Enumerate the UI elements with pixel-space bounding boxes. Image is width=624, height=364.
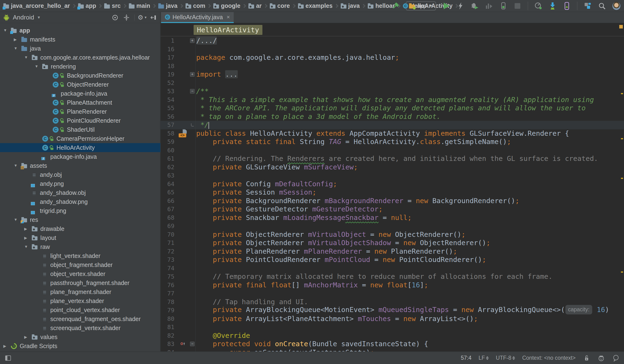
- breadcrumb-item-main[interactable]: main: [129, 2, 150, 9]
- tree-item-gradle-scripts[interactable]: ▶Gradle Scripts: [0, 341, 160, 350]
- chevron-collapsed-icon[interactable]: ▶: [24, 335, 32, 339]
- tree-item-screenquad-fragment-oes-shader[interactable]: screenquad_fragment_oes.shader: [0, 314, 160, 323]
- tree-item-object-fragment-shader[interactable]: object_fragment.shader: [0, 260, 160, 269]
- warning-stripe-mark[interactable]: [621, 93, 623, 94]
- chevron-expanded-icon[interactable]: ▼: [24, 55, 32, 60]
- tree-item-pointcloudrenderer[interactable]: PointCloudRenderer: [0, 116, 160, 125]
- tree-item-layout[interactable]: ▶layout: [0, 233, 160, 242]
- breadcrumb-item-core[interactable]: core: [270, 2, 290, 9]
- tree-item-andy-shadow-png[interactable]: andy_shadow.png: [0, 197, 160, 206]
- chevron-collapsed-icon[interactable]: ▶: [24, 236, 32, 240]
- tree-item-light-vertex-shader[interactable]: light_vertex.shader: [0, 251, 160, 260]
- breadcrumb-item-google[interactable]: google: [213, 2, 240, 9]
- tree-item-andy-shadow-obj[interactable]: andy_shadow.obj: [0, 188, 160, 197]
- tree-item-com-google-ar-core-examples-java-helloar[interactable]: ▼com.google.ar.core.examples.java.helloa…: [0, 53, 160, 62]
- tree-item-andy-obj[interactable]: andy.obj: [0, 170, 160, 179]
- event-log-icon[interactable]: [612, 354, 620, 362]
- line-separator-selector[interactable]: LF: [479, 355, 489, 361]
- tree-item-backgroundrenderer[interactable]: BackgroundRenderer: [0, 71, 160, 80]
- tree-item-helloaractivity[interactable]: HelloArActivity: [0, 143, 160, 152]
- tree-item-drawable[interactable]: ▶drawable: [0, 224, 160, 233]
- warning-stripe-mark[interactable]: [621, 271, 623, 273]
- chevron-collapsed-icon[interactable]: ▶: [24, 227, 32, 231]
- tree-item-package-info-java[interactable]: package-info.java: [0, 89, 160, 98]
- tree-item-app[interactable]: ▼app: [0, 26, 160, 35]
- stop-button[interactable]: [513, 2, 521, 10]
- run-configuration-selector[interactable]: app: [406, 1, 436, 10]
- locate-file-icon[interactable]: [111, 14, 119, 21]
- warning-stripe-mark[interactable]: [621, 138, 623, 139]
- fold-marker[interactable]: −: [190, 342, 195, 346]
- breadcrumb-item-src[interactable]: src: [104, 2, 121, 9]
- device-manager-icon[interactable]: [563, 2, 571, 10]
- breadcrumb-item-helloar[interactable]: helloar: [368, 2, 395, 9]
- tree-item-object-vertex-shader[interactable]: object_vertex.shader: [0, 269, 160, 278]
- inspection-status-indicator[interactable]: [619, 25, 623, 28]
- code-editor[interactable]: 1+/.../1617package com.google.ar.core.ex…: [161, 37, 624, 351]
- close-tab-icon[interactable]: ×: [227, 14, 230, 20]
- tree-item-raw[interactable]: ▼raw: [0, 242, 160, 251]
- tree-item-assets[interactable]: ▼assets: [0, 161, 160, 170]
- breadcrumb-item-java[interactable]: java: [341, 2, 360, 9]
- toolwindow-toggle-icon[interactable]: [4, 354, 12, 362]
- breadcrumb-item-examples[interactable]: examples: [298, 2, 333, 9]
- warning-stripe-mark[interactable]: [621, 178, 623, 179]
- run-button[interactable]: [442, 2, 450, 10]
- class-file-gutter-icon[interactable]: [179, 129, 187, 137]
- hide-panel-icon[interactable]: [150, 14, 157, 21]
- tree-item-passthrough-fragment-shader[interactable]: passthrough_fragment.shader: [0, 278, 160, 287]
- fold-marker[interactable]: −: [190, 89, 195, 94]
- user-avatar[interactable]: [612, 2, 621, 10]
- breadcrumb-item-java-arcore-hello-ar[interactable]: java_arcore_hello_ar: [3, 2, 70, 9]
- chevron-expanded-icon[interactable]: ▼: [24, 245, 32, 249]
- search-everywhere-icon[interactable]: [598, 2, 606, 10]
- breadcrumb-item-com[interactable]: com: [185, 2, 205, 9]
- tree-item-camerapermissionhelper[interactable]: CameraPermissionHelper: [0, 134, 160, 143]
- tree-item-screenquad-vertex-shader[interactable]: screenquad_vertex.shader: [0, 323, 160, 333]
- collapse-all-icon[interactable]: [123, 14, 130, 21]
- lock-icon[interactable]: [583, 354, 590, 362]
- settings-gear-icon[interactable]: ⚙▼: [139, 14, 146, 21]
- tree-item-trigrid-png[interactable]: trigrid.png: [0, 206, 160, 215]
- project-view-selector[interactable]: Android: [13, 14, 34, 21]
- chevron-expanded-icon[interactable]: ▼: [14, 163, 21, 168]
- fold-marker[interactable]: +: [190, 72, 195, 77]
- tree-item-res[interactable]: ▼res: [0, 215, 160, 224]
- tree-item-shaderutil[interactable]: ShaderUtil: [0, 125, 160, 134]
- sdk-manager-icon[interactable]: [548, 2, 557, 10]
- chevron-expanded-icon[interactable]: ▼: [35, 64, 42, 69]
- tree-item-manifests[interactable]: ▶manifests: [0, 35, 160, 44]
- tree-item-java[interactable]: ▼java: [0, 44, 160, 53]
- tree-item-package-info-java[interactable]: package-info.java: [0, 152, 160, 161]
- chevron-expanded-icon[interactable]: ▼: [14, 218, 21, 222]
- tree-item-plane-fragment-shader[interactable]: plane_fragment.shader: [0, 287, 160, 296]
- breadcrumb-chip-class[interactable]: HelloArActivity: [194, 25, 262, 35]
- breadcrumb-item-app[interactable]: app: [78, 2, 96, 9]
- tree-item-values[interactable]: ▶values: [0, 333, 160, 341]
- chevron-collapsed-icon[interactable]: ▶: [3, 344, 11, 348]
- breadcrumb-item-java[interactable]: java: [158, 2, 178, 9]
- context-indicator[interactable]: Context: <no context>: [522, 355, 576, 361]
- override-method-gutter-icon[interactable]: [180, 341, 185, 347]
- tree-item-planerenderer[interactable]: PlaneRenderer: [0, 107, 160, 116]
- debug-button[interactable]: [471, 2, 479, 10]
- chevron-expanded-icon[interactable]: ▼: [14, 46, 21, 51]
- tree-item-andy-png[interactable]: andy.png: [0, 179, 160, 188]
- tree-item-rendering[interactable]: ▼rendering: [0, 62, 160, 71]
- chevron-collapsed-icon[interactable]: ▶: [14, 37, 21, 42]
- highlighting-level-icon[interactable]: [598, 354, 605, 362]
- profile-button[interactable]: [485, 2, 493, 10]
- chevron-expanded-icon[interactable]: ▼: [3, 28, 11, 32]
- editor-tab-helloaractivity[interactable]: HelloArActivity.java ×: [161, 12, 234, 23]
- tree-item-objectrenderer[interactable]: ObjectRenderer: [0, 80, 160, 89]
- tree-item-planeattachment[interactable]: PlaneAttachment: [0, 98, 160, 107]
- fold-marker[interactable]: +: [190, 38, 195, 43]
- tree-item-point-cloud-vertex-shader[interactable]: point_cloud_vertex.shader: [0, 305, 160, 314]
- avd-manager-icon[interactable]: [534, 2, 542, 10]
- fold-end-marker[interactable]: [191, 123, 194, 127]
- encoding-selector[interactable]: UTF-8: [496, 355, 515, 361]
- breadcrumb-item-ar[interactable]: ar: [248, 2, 262, 9]
- project-structure-icon[interactable]: [584, 2, 592, 10]
- caret-position[interactable]: 57:4: [461, 355, 471, 361]
- tree-item-plane-vertex-shader[interactable]: plane_vertex.shader: [0, 296, 160, 305]
